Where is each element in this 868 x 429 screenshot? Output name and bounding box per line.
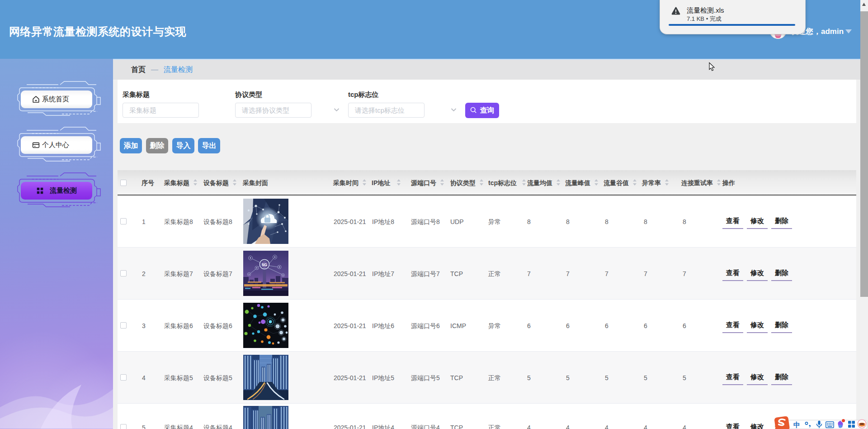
svg-text:5G: 5G: [262, 262, 267, 267]
